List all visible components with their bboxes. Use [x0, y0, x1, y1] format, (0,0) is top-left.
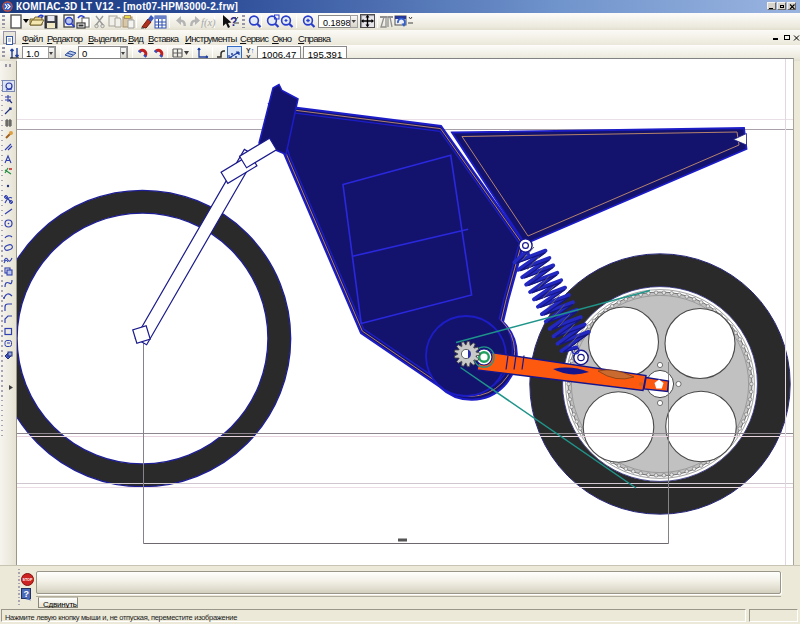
svg-text:f(x): f(x)	[201, 17, 216, 29]
svg-text:?: ?	[24, 589, 30, 599]
svg-text:STOP: STOP	[23, 578, 33, 582]
